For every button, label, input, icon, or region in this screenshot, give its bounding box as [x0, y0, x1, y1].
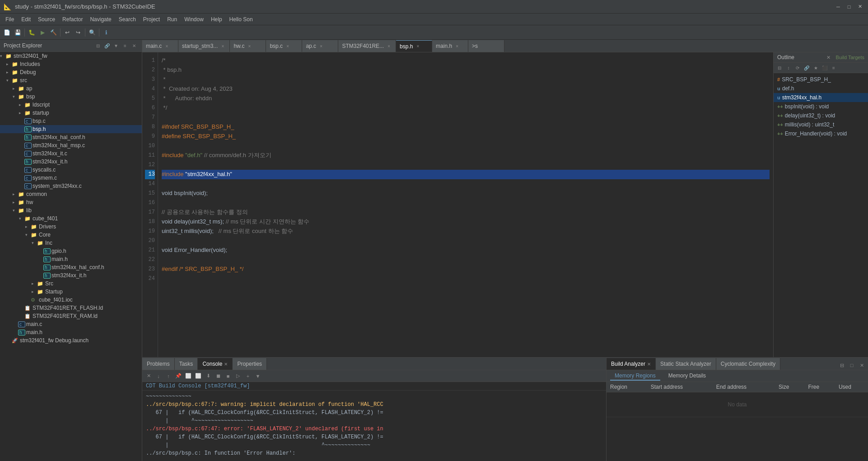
console-btn-9[interactable]: ■	[224, 372, 233, 381]
outline-btn-1[interactable]: ⊟	[775, 64, 784, 72]
tree-arrow-Debug[interactable]: ▸	[6, 70, 12, 75]
analyzer-tab-staticstackanalyzer[interactable]: Static Stack Analyzer	[656, 358, 716, 370]
console-view-btn[interactable]: ▼	[253, 372, 262, 381]
tree-arrow-cube_f401[interactable]: ▾	[19, 216, 24, 221]
tree-arrow-lib[interactable]: ▾	[13, 208, 18, 213]
console-copy-btn[interactable]: ⬜	[184, 372, 193, 381]
tree-item-bsp_h[interactable]: hbsp.h	[0, 125, 142, 133]
console-down-btn[interactable]: ↓	[154, 372, 163, 381]
editor-tab-bspc[interactable]: bsp.c×	[266, 40, 302, 52]
tree-arrow-ldscript[interactable]: ▸	[19, 102, 24, 107]
tree-arrow-Includes[interactable]: ▸	[6, 62, 12, 66]
menubar-item-navigate[interactable]: Navigate	[86, 14, 115, 24]
explorer-menu-btn[interactable]: ≡	[121, 42, 129, 50]
explorer-filter-btn[interactable]: ▼	[112, 42, 120, 50]
minimize-button[interactable]: ─	[834, 2, 843, 11]
tree-arrow-hw[interactable]: ▸	[13, 200, 18, 205]
code-editor-scroll[interactable]: 123456789101112131415161718192021222324 …	[142, 52, 773, 357]
outline-btn-2[interactable]: ↕	[784, 64, 793, 72]
tree-item-common[interactable]: ▸📁common	[0, 190, 142, 198]
console-tab-properties[interactable]: Properties	[233, 358, 267, 370]
editor-tab-s[interactable]: >s	[468, 40, 504, 52]
tree-arrow-stm32f401_fw[interactable]: ▾	[0, 54, 5, 58]
outline-item-delayuint32tvoid[interactable]: ++delay(uint32_t) : void	[774, 111, 868, 120]
console-btn-8[interactable]: ◼	[214, 372, 223, 381]
analyzer-maximize-btn[interactable]: □	[847, 361, 856, 370]
tree-arrow-src[interactable]: ▾	[6, 78, 12, 83]
tree-item-sysmem[interactable]: csysmem.c	[0, 174, 142, 182]
search-button[interactable]: 🔍	[87, 28, 97, 37]
outline-btn-6[interactable]: ⬛	[821, 64, 829, 72]
build-button[interactable]: 🔨	[48, 28, 58, 37]
tab-close-btn[interactable]: ×	[219, 43, 226, 49]
redo-button[interactable]: ↪	[73, 28, 83, 37]
debug-button[interactable]: 🐛	[27, 28, 37, 37]
editor-tab-mainh[interactable]: main.h×	[432, 40, 468, 52]
tree-item-bsp[interactable]: ▾📁bsp	[0, 93, 142, 101]
outline-btn-4[interactable]: 🔗	[803, 64, 811, 72]
console-tab-tasks[interactable]: Tasks	[175, 358, 198, 370]
editor-tab-hwc[interactable]: hw.c×	[230, 40, 266, 52]
tree-item-Core[interactable]: ▾📁Core	[0, 231, 142, 239]
tree-arrow-Core[interactable]: ▾	[25, 233, 31, 237]
console-new-btn[interactable]: +	[243, 372, 252, 381]
console-tab-close[interactable]: ✕	[224, 362, 228, 367]
menubar-item-window[interactable]: Window	[181, 14, 207, 24]
tree-item-debug_launch[interactable]: 🚀stm32f401_fw Debug.launch	[0, 336, 142, 345]
new-button[interactable]: 📄	[2, 28, 12, 37]
tree-item-lib[interactable]: ▾📁lib	[0, 206, 142, 214]
tree-item-Startup[interactable]: ▸📁Startup	[0, 288, 142, 296]
tab-close-btn[interactable]: ×	[386, 43, 392, 49]
tree-item-Debug[interactable]: ▸📁Debug	[0, 68, 142, 76]
menubar-item-helloson[interactable]: Hello Son	[226, 14, 257, 24]
tree-item-bsp_c[interactable]: cbsp.c	[0, 117, 142, 125]
outline-item-SRCBSPBSPH[interactable]: #SRC_BSP_BSP_H_	[774, 75, 868, 84]
outline-btn-7[interactable]: ≡	[830, 64, 838, 72]
tree-item-cube_f401[interactable]: ▾📁cube_f401	[0, 214, 142, 223]
explorer-link-btn[interactable]: 🔗	[103, 42, 111, 50]
console-tab-problems[interactable]: Problems	[142, 358, 175, 370]
console-clear-btn[interactable]: ✕	[144, 372, 153, 381]
outline-item-ErrorHandlervoidvoid[interactable]: ++Error_Handler(void) : void	[774, 129, 868, 138]
editor-tab-apc[interactable]: ap.c×	[302, 40, 338, 52]
explorer-close-btn[interactable]: ✕	[130, 42, 138, 50]
tree-item-Drivers[interactable]: ▸📁Drivers	[0, 223, 142, 231]
tree-item-gpio_h[interactable]: hgpio.h	[0, 247, 142, 255]
outline-item-bspInitvoidvoid[interactable]: ++bspInit(void) : void	[774, 102, 868, 111]
editor-tab-mainc[interactable]: main.c×	[142, 40, 178, 52]
tree-item-stm32f401_fw[interactable]: ▾📁stm32f401_fw	[0, 52, 142, 60]
console-wrap-btn[interactable]: ⬜	[194, 372, 203, 381]
tree-arrow-Drivers[interactable]: ▸	[25, 224, 31, 229]
analyzer-tab-close[interactable]: ✕	[647, 362, 651, 367]
tree-item-stm32f4xx_it_c[interactable]: cstm32f4xx_it.c	[0, 149, 142, 158]
menubar-item-search[interactable]: Search	[115, 14, 140, 24]
tree-item-hw[interactable]: ▸📁hw	[0, 198, 142, 206]
analyzer-close-btn[interactable]: ✕	[857, 361, 866, 370]
undo-button[interactable]: ↩	[62, 28, 72, 37]
menubar-item-refactor[interactable]: Refactor	[59, 14, 86, 24]
tree-arrow-Src[interactable]: ▸	[32, 281, 37, 286]
tree-item-stm32f4xx_it_h_lib[interactable]: hstm32f4xx_it.h	[0, 271, 142, 279]
tree-arrow-ap[interactable]: ▸	[13, 86, 18, 91]
tab-close-btn[interactable]: ×	[246, 43, 252, 49]
menubar-item-edit[interactable]: Edit	[18, 14, 34, 24]
analyzer-tab-buildanalyzer[interactable]: Build Analyzer ✕	[607, 358, 656, 370]
console-btn-10[interactable]: ▷	[233, 372, 243, 381]
editor-tab-startupstm3[interactable]: startup_stm3...×	[178, 40, 230, 52]
info-button[interactable]: ℹ	[101, 28, 111, 37]
tab-close-btn[interactable]: ×	[415, 43, 421, 50]
tree-item-main_c[interactable]: cmain.c	[0, 320, 142, 328]
tree-item-stm32f4xx_hal_conf_lib[interactable]: hstm32f4xx_hal_conf.h	[0, 263, 142, 271]
analyzer-subtab-memorydetails[interactable]: Memory Details	[664, 372, 710, 381]
console-up-btn[interactable]: ↑	[164, 372, 173, 381]
tab-close-btn[interactable]: ×	[318, 43, 324, 49]
tree-item-ap[interactable]: ▸📁ap	[0, 84, 142, 93]
tree-item-src[interactable]: ▾📁src	[0, 76, 142, 84]
tree-item-main_h_lib[interactable]: hmain.h	[0, 255, 142, 263]
console-scroll-btn[interactable]: ⬇	[204, 372, 213, 381]
tree-arrow-Startup[interactable]: ▸	[32, 289, 37, 294]
menubar-item-run[interactable]: Run	[163, 14, 181, 24]
tab-close-btn[interactable]: ×	[285, 43, 291, 49]
tree-item-stm32f4xx_hal_msp[interactable]: cstm32f4xx_hal_msp.c	[0, 141, 142, 149]
outline-btn-3[interactable]: ⟳	[793, 64, 802, 72]
